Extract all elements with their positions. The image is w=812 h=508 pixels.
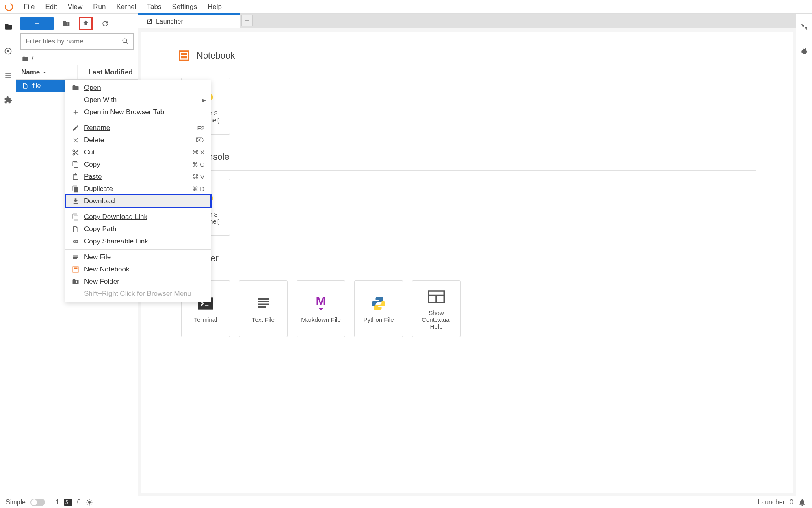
divider — [178, 69, 756, 69]
breadcrumb[interactable]: / — [16, 53, 138, 65]
menu-tabs[interactable]: Tabs — [142, 0, 167, 13]
ctx-copy-path[interactable]: Copy Path — [65, 223, 211, 235]
launcher-panel: Notebook Python 3 (ipykernel) Console — [141, 32, 793, 493]
download-icon — [72, 198, 79, 205]
ctx-cut[interactable]: Cut ⌘ X — [65, 146, 211, 158]
menu-edit[interactable]: Edit — [40, 0, 62, 13]
menu-file[interactable]: File — [19, 0, 39, 13]
right-rail — [796, 14, 812, 496]
terminals-count[interactable]: 1 — [56, 499, 59, 506]
layout-icon — [428, 288, 445, 305]
chevron-right-icon: ▸ — [202, 96, 206, 104]
filter-input[interactable] — [20, 33, 134, 50]
ctx-copy-download-link[interactable]: Copy Download Link — [65, 211, 211, 223]
divider — [65, 209, 211, 209]
section-head-notebook: Notebook — [178, 50, 756, 62]
ctx-delete[interactable]: Delete ⌦ — [65, 134, 211, 146]
file-icon — [72, 226, 79, 233]
paste-icon — [72, 173, 79, 180]
status-mode: Launcher — [758, 499, 785, 506]
file-list-header: Name Last Modified — [16, 65, 138, 80]
menu-view[interactable]: View — [63, 0, 88, 13]
ctx-rename[interactable]: Rename F2 — [65, 122, 211, 134]
rail-extensions[interactable] — [0, 93, 16, 107]
file-name: file — [32, 82, 41, 89]
text-icon — [72, 254, 79, 261]
rail-debugger[interactable] — [796, 44, 812, 59]
ctx-open-with[interactable]: Open With ▸ — [65, 94, 211, 106]
main-area: Launcher Notebook Python 3 (ipykernel) — [138, 14, 796, 496]
svg-text:M: M — [316, 295, 326, 307]
ctx-new-folder[interactable]: New Folder — [65, 276, 211, 288]
card-python-file[interactable]: Python File — [354, 280, 403, 337]
ctx-new-notebook[interactable]: New Notebook — [65, 263, 211, 276]
refresh-button[interactable] — [98, 17, 112, 30]
ctx-open[interactable]: Open — [65, 82, 211, 94]
divider — [65, 249, 211, 250]
svg-point-0 — [5, 3, 12, 10]
file-icon — [22, 82, 28, 89]
svg-point-12 — [88, 501, 91, 504]
ctx-duplicate[interactable]: Duplicate ⌘ D — [65, 183, 211, 195]
card-markdown-file[interactable]: M Markdown File — [297, 280, 345, 337]
rail-running[interactable] — [0, 44, 16, 59]
new-folder-button[interactable] — [59, 17, 73, 30]
card-label: Show Contextual Help — [422, 309, 451, 330]
ctx-copy-shareable-link[interactable]: Copy Shareable Link — [65, 235, 211, 247]
col-name-label: Name — [21, 68, 40, 76]
divider — [65, 120, 211, 120]
terminal-chip-icon: $_ — [64, 499, 72, 506]
delete-shortcut-icon: ⌦ — [196, 137, 204, 144]
section-head-other: $_ Other — [178, 252, 756, 265]
rail-toc[interactable] — [0, 68, 16, 83]
python-icon — [370, 295, 387, 312]
sort-asc-icon — [42, 70, 47, 75]
svg-rect-2 — [7, 50, 9, 52]
folder-icon — [22, 56, 28, 62]
card-text-file[interactable]: Text File — [239, 280, 288, 337]
kernels-count[interactable]: 0 — [77, 499, 81, 506]
pencil-icon — [72, 124, 79, 132]
tab-launcher[interactable]: Launcher — [138, 13, 240, 28]
new-launcher-button[interactable] — [20, 17, 54, 30]
menu-run[interactable]: Run — [88, 0, 110, 13]
jupyter-logo-icon — [3, 1, 15, 13]
menu-help[interactable]: Help — [203, 0, 227, 13]
ctx-download[interactable]: Download — [65, 195, 211, 207]
ctx-open-new-tab[interactable]: Open in New Browser Tab — [65, 106, 211, 118]
new-tab-button[interactable] — [241, 15, 253, 26]
card-label: Text File — [252, 316, 275, 323]
simple-toggle[interactable] — [30, 499, 45, 506]
search-icon — [121, 37, 130, 46]
breadcrumb-root: / — [32, 55, 33, 63]
section-title: Notebook — [197, 50, 235, 61]
simple-label: Simple — [6, 499, 26, 506]
upload-button[interactable] — [79, 17, 93, 30]
left-rail — [0, 14, 16, 496]
ctx-new-file[interactable]: New File — [65, 251, 211, 263]
col-name[interactable]: Name — [16, 68, 77, 76]
text-icon — [255, 295, 271, 312]
rail-property-inspector[interactable] — [796, 20, 812, 34]
duplicate-icon — [72, 185, 79, 193]
notebook-icon — [178, 50, 190, 62]
divider — [178, 170, 756, 171]
ctx-paste[interactable]: Paste ⌘ V — [65, 171, 211, 183]
status-right-count: 0 — [790, 499, 793, 506]
card-contextual-help[interactable]: Show Contextual Help — [412, 280, 461, 337]
menu-settings[interactable]: Settings — [167, 0, 202, 13]
notebook-icon — [72, 266, 79, 273]
svg-rect-3 — [180, 51, 189, 61]
bell-icon[interactable] — [798, 498, 806, 506]
copy-icon — [72, 161, 79, 168]
ctx-copy[interactable]: Copy ⌘ C — [65, 158, 211, 171]
scissors-icon — [72, 149, 79, 156]
menubar: File Edit View Run Kernel Tabs Settings … — [0, 0, 812, 14]
statusbar: Simple 1 $_ 0 Launcher 0 — [0, 496, 812, 508]
copy-icon — [72, 213, 79, 221]
rail-file-browser[interactable] — [0, 20, 16, 34]
col-modified[interactable]: Last Modified — [77, 65, 138, 79]
divider — [178, 272, 756, 272]
menu-kernel[interactable]: Kernel — [111, 0, 141, 13]
context-menu: Open Open With ▸ Open in New Browser Tab… — [65, 80, 211, 302]
